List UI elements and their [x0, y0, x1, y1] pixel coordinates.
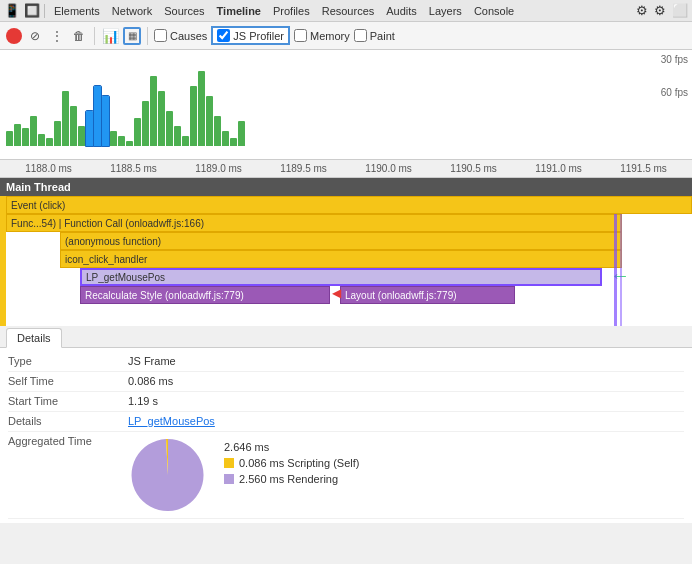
toolbar: ⊘ ⋮ 🗑 📊 ▦ Causes JS Profiler Memory Pain… [0, 22, 692, 50]
aggregated-time-label: Aggregated Time [8, 435, 128, 447]
js-profiler-box: JS Profiler [211, 26, 290, 45]
chart-bar-icon[interactable]: 📊 [101, 27, 119, 45]
flame-area[interactable]: Event (click) Func...54) | Function Call… [0, 196, 692, 326]
vline-1 [614, 214, 617, 326]
self-time-label: Self Time [8, 375, 128, 387]
details-row: Details LP_getMousePos [8, 412, 684, 432]
menu-icon-mobile: 📱 [4, 3, 20, 18]
red-marker: ◀ [332, 286, 341, 300]
bar-27 [214, 116, 221, 146]
fps-30: 30 fps [661, 54, 688, 65]
anon-func-label: (anonymous function) [65, 236, 161, 247]
bar-22 [174, 126, 181, 146]
layout-label: Layout (onloadwff.js:779) [345, 290, 457, 301]
tick-1: 1188.5 ms [91, 163, 176, 174]
self-time-value: 0.086 ms [128, 375, 684, 387]
clear-button[interactable]: ⊘ [26, 27, 44, 45]
lp-getmousepos-label: LP_getMousePos [86, 272, 165, 283]
menu-console[interactable]: Console [469, 4, 519, 18]
aggregated-time-row: Aggregated Time 2.646 ms 0.086 ms Script… [8, 432, 684, 519]
paint-checkbox[interactable] [354, 29, 367, 42]
layout-bar[interactable]: Layout (onloadwff.js:779) [340, 286, 515, 304]
fps-60: 60 fps [661, 87, 688, 98]
menu-network[interactable]: Network [107, 4, 157, 18]
tick-0: 1188.0 ms [6, 163, 91, 174]
bar-10 [78, 126, 85, 146]
menu-layers[interactable]: Layers [424, 4, 467, 18]
start-time-row: Start Time 1.19 s [8, 392, 684, 412]
menu-separator-1 [44, 4, 45, 18]
menu-icon-script: ⚙ [636, 3, 648, 18]
details-tab-bar: Details [0, 326, 692, 348]
timeline-bars [0, 56, 692, 146]
bar-20 [158, 91, 165, 146]
js-profiler-checkbox[interactable] [217, 29, 230, 42]
paint-label: Paint [370, 30, 395, 42]
bar-28 [222, 131, 229, 146]
type-label: Type [8, 355, 128, 367]
lp-getmousepos-bar[interactable]: LP_getMousePos [80, 268, 602, 286]
main-thread-header: Main Thread [0, 178, 692, 196]
toolbar-sep-1 [94, 27, 95, 45]
menu-timeline[interactable]: Timeline [212, 4, 266, 18]
tick-3: 1189.5 ms [261, 163, 346, 174]
toolbar-sep-2 [147, 27, 148, 45]
menu-profiles[interactable]: Profiles [268, 4, 315, 18]
bar-7 [54, 121, 61, 146]
memory-checkbox-item[interactable]: Memory [294, 29, 350, 42]
details-tab[interactable]: Details [6, 328, 62, 348]
bar-11 [86, 111, 93, 146]
delete-button[interactable]: 🗑 [70, 27, 88, 45]
details-link[interactable]: LP_getMousePos [128, 415, 684, 427]
rendering-legend-item: 2.560 ms Rendering [224, 473, 359, 485]
pie-chart [128, 435, 208, 515]
aggregated-legend: 2.646 ms 0.086 ms Scripting (Self) 2.560… [224, 435, 359, 485]
func-call-bar[interactable]: Func...54) | Function Call (onloadwff.js… [6, 214, 622, 232]
recalc-style-bar[interactable]: Recalculate Style (onloadwff.js:779) [80, 286, 330, 304]
start-time-label: Start Time [8, 395, 128, 407]
scripting-legend-label: 0.086 ms Scripting (Self) [239, 457, 359, 469]
type-value: JS Frame [128, 355, 684, 367]
bar-30 [238, 121, 245, 146]
menu-icon-inspect: 🔲 [24, 3, 40, 18]
bar-19 [150, 76, 157, 146]
causes-checkbox-item[interactable]: Causes [154, 29, 207, 42]
memory-checkbox[interactable] [294, 29, 307, 42]
self-time-row: Self Time 0.086 ms [8, 372, 684, 392]
recalc-style-label: Recalculate Style (onloadwff.js:779) [85, 290, 244, 301]
record-button[interactable] [6, 28, 22, 44]
fps-labels: 30 fps 60 fps [661, 54, 688, 98]
menu-sources[interactable]: Sources [159, 4, 209, 18]
bar-25 [198, 71, 205, 146]
chart-selected-icon[interactable]: ▦ [123, 27, 141, 45]
bar-6 [46, 138, 53, 146]
func-call-label: Func...54) | Function Call (onloadwff.js… [11, 218, 204, 229]
menu-audits[interactable]: Audits [381, 4, 422, 18]
bar-23 [182, 136, 189, 146]
details-tab-label: Details [17, 332, 51, 344]
tick-5: 1190.5 ms [431, 163, 516, 174]
icon-handler-bar[interactable]: icon_click_handler [60, 250, 622, 268]
menu-elements[interactable]: Elements [49, 4, 105, 18]
scripting-legend-item: 0.086 ms Scripting (Self) [224, 457, 359, 469]
details-table: Type JS Frame Self Time 0.086 ms Start T… [0, 348, 692, 523]
bar-3 [22, 128, 29, 146]
tick-2: 1189.0 ms [176, 163, 261, 174]
bar-13 [102, 96, 109, 146]
bar-29 [230, 138, 237, 146]
bar-17 [134, 118, 141, 146]
event-click-bar[interactable]: Event (click) [6, 196, 692, 214]
timeline-area[interactable]: 30 fps 60 fps [0, 50, 692, 160]
bar-9 [70, 106, 77, 146]
rendering-dot [224, 474, 234, 484]
tick-4: 1190.0 ms [346, 163, 431, 174]
causes-checkbox[interactable] [154, 29, 167, 42]
menu-resources[interactable]: Resources [317, 4, 380, 18]
bar-18 [142, 101, 149, 146]
time-ruler: 1188.0 ms 1188.5 ms 1189.0 ms 1189.5 ms … [0, 160, 692, 178]
bar-16 [126, 141, 133, 146]
filter-button[interactable]: ⋮ [48, 27, 66, 45]
paint-checkbox-item[interactable]: Paint [354, 29, 395, 42]
anon-func-bar[interactable]: (anonymous function) [60, 232, 622, 250]
bar-4 [30, 116, 37, 146]
